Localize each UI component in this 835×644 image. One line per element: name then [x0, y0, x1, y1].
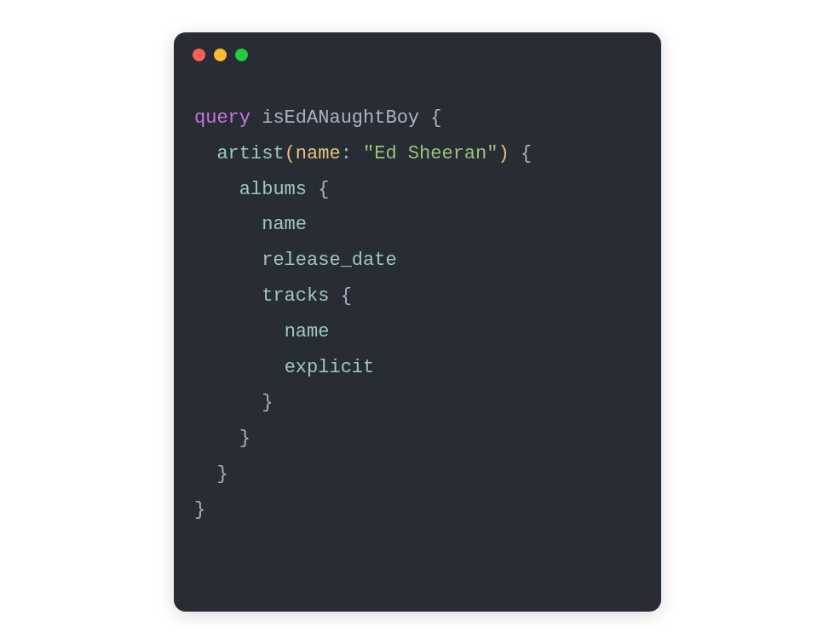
- code-window: query isEdANaughtBoy { artist(name: "Ed …: [174, 32, 661, 612]
- code-field: name: [262, 214, 307, 235]
- code-block: query isEdANaughtBoy { artist(name: "Ed …: [174, 77, 661, 545]
- code-string: "Ed Sheeran": [363, 143, 498, 164]
- code-keyword: query: [194, 107, 250, 129]
- code-field: name: [285, 321, 330, 342]
- minimize-icon[interactable]: [214, 49, 227, 61]
- code-query-name: isEdANaughtBoy: [262, 107, 419, 129]
- code-brace: }: [194, 499, 205, 520]
- code-brace: {: [318, 179, 329, 200]
- code-colon: :: [341, 143, 352, 164]
- code-arg: name: [296, 143, 341, 164]
- code-brace: {: [430, 107, 441, 129]
- code-field: explicit: [285, 357, 375, 378]
- code-brace: }: [216, 463, 227, 485]
- code-brace: }: [239, 428, 250, 449]
- code-field: release_date: [262, 250, 396, 271]
- window-titlebar: [174, 32, 661, 77]
- code-brace: {: [521, 143, 532, 164]
- code-brace: }: [262, 392, 273, 413]
- maximize-icon[interactable]: [235, 49, 248, 61]
- code-brace: {: [341, 285, 352, 307]
- code-field: tracks: [262, 285, 329, 307]
- code-paren: (: [285, 143, 296, 164]
- code-paren: ): [498, 143, 509, 164]
- code-field: albums: [239, 179, 307, 200]
- code-field: artist: [216, 143, 284, 164]
- close-icon[interactable]: [193, 49, 205, 61]
